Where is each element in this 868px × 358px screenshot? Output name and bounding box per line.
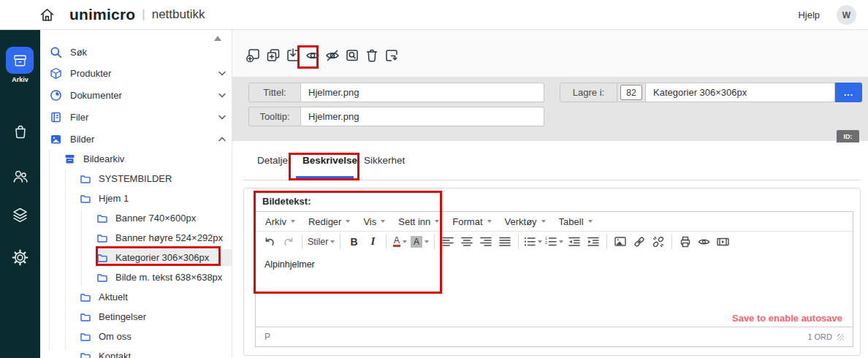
chevron-down-icon	[541, 220, 546, 223]
align-left-button[interactable]	[438, 233, 457, 251]
tree-item-om-oss[interactable]: Om oss	[40, 327, 232, 346]
tree-item-betingelser[interactable]: Betingelser	[40, 307, 232, 327]
tree-item-banner-740[interactable]: Banner 740×600px	[40, 208, 232, 228]
menu-arkiv[interactable]: Arkiv	[259, 212, 302, 231]
browse-folder-button[interactable]: ...	[835, 83, 862, 102]
unlink-button[interactable]	[649, 233, 668, 251]
menu-rediger[interactable]: Rediger	[302, 212, 357, 231]
insert-image-button[interactable]	[611, 233, 630, 251]
bullet-list-button[interactable]	[522, 233, 544, 251]
title-input[interactable]	[301, 83, 544, 102]
download-button[interactable]	[285, 46, 301, 65]
text-color-button[interactable]: A	[390, 233, 409, 251]
rail-item-customers[interactable]	[0, 168, 40, 185]
shopping-bag-icon	[12, 123, 28, 140]
nav-item-bilder[interactable]: Bilder	[40, 129, 232, 149]
folder-icon	[80, 175, 91, 183]
toolbar-divider	[302, 235, 302, 249]
folder-icon	[80, 293, 91, 302]
italic-button[interactable]: I	[363, 233, 382, 251]
justify-button[interactable]	[495, 233, 514, 251]
help-link[interactable]: Hjelp	[798, 9, 820, 20]
save-in-id-cell: 82	[617, 83, 646, 102]
hide-visibility-button[interactable]	[324, 46, 340, 65]
nav-item-dokumenter[interactable]: Dokumenter	[40, 85, 232, 105]
background-color-button[interactable]: A	[409, 233, 430, 251]
folder-icon	[97, 273, 107, 282]
chevron-down-icon	[435, 220, 439, 223]
nav-item-label: Filer	[70, 112, 88, 123]
chevron-up-icon[interactable]	[218, 137, 226, 142]
rail-item-modules[interactable]	[0, 207, 40, 224]
caption-text: Alpinhjelmer	[264, 259, 315, 270]
export-button[interactable]	[384, 46, 400, 65]
menu-label: Vis	[363, 216, 376, 227]
home-button[interactable]	[39, 7, 56, 23]
brand-logo[interactable]: unimicro | nettbutikk	[69, 0, 205, 29]
export-icon	[384, 47, 400, 64]
menu-label: Sett inn	[398, 216, 430, 227]
tree-item-kategorier[interactable]: Kategorier 306×306px	[40, 248, 232, 267]
chevron-down-icon	[538, 240, 542, 243]
numbered-list-button[interactable]: 12	[544, 233, 565, 251]
styles-dropdown[interactable]: Stiler	[306, 233, 336, 251]
align-right-icon	[480, 236, 492, 247]
menu-format[interactable]: Format	[446, 212, 498, 231]
element-path[interactable]: P	[264, 332, 270, 342]
menu-verktoy[interactable]: Verktøy	[498, 212, 552, 231]
toolbar-divider	[386, 235, 387, 249]
print-button[interactable]	[676, 233, 695, 251]
description-panel: Bildetekst: Arkiv Rediger Vis Sett inn F…	[243, 188, 861, 356]
nav-item-produkter[interactable]: Produkter	[40, 64, 232, 83]
media-button[interactable]	[714, 233, 733, 251]
bold-button[interactable]: B	[344, 233, 363, 251]
align-right-button[interactable]	[476, 233, 495, 251]
tree-item-kontakt[interactable]: Kontakt	[40, 346, 232, 358]
tooltip-input[interactable]	[301, 107, 544, 126]
tree-item-systembilder[interactable]: SYSTEMBILDER	[40, 169, 232, 188]
chevron-down-icon	[559, 240, 563, 243]
align-center-button[interactable]	[457, 233, 476, 251]
scroll-up-icon[interactable]	[214, 36, 221, 41]
duplicate-button[interactable]	[265, 46, 281, 65]
tab-sikkerhet[interactable]: Sikkerhet	[364, 155, 405, 166]
menu-label: Format	[452, 216, 482, 227]
tree-item-aktuelt[interactable]: Aktuelt	[40, 287, 232, 307]
tree-item-hjem-1[interactable]: Hjem 1	[40, 188, 232, 208]
rail-item-settings[interactable]	[0, 249, 40, 266]
cube-icon	[50, 67, 62, 80]
indent-button[interactable]	[584, 233, 603, 251]
save-in-field-label: Lagre i:	[560, 83, 617, 102]
add-image-button[interactable]	[245, 46, 262, 65]
indent-icon	[587, 236, 599, 247]
menu-sett-inn[interactable]: Sett inn	[392, 212, 446, 231]
tree-item-bilde-m-tekst[interactable]: Bilde m. tekst 638×638px	[40, 267, 232, 287]
link-button[interactable]	[630, 233, 649, 251]
tree-item-label: Kategorier 306×306px	[115, 252, 209, 263]
menu-tabell[interactable]: Tabell	[552, 212, 599, 231]
tree-item-banner-hoyre[interactable]: Banner høyre 524×292px	[40, 228, 232, 248]
rail-item-shop[interactable]	[0, 123, 40, 140]
menu-vis[interactable]: Vis	[357, 212, 392, 231]
preview-button[interactable]	[695, 233, 714, 251]
save-in-input[interactable]	[646, 83, 835, 102]
delete-button[interactable]	[364, 46, 380, 65]
chevron-down-icon[interactable]	[218, 71, 226, 76]
tab-beskrivelse[interactable]: Beskrivelse	[302, 155, 357, 166]
preview-search-button[interactable]	[344, 46, 360, 65]
nav-item-filer[interactable]: Filer	[40, 107, 232, 127]
chevron-down-icon[interactable]	[218, 115, 226, 120]
avatar[interactable]: W	[837, 5, 856, 25]
show-visibility-button[interactable]	[305, 46, 321, 65]
redo-button[interactable]	[279, 233, 298, 251]
tree-item-bildearkiv[interactable]: Bildearkiv	[40, 149, 232, 169]
archive-icon	[64, 153, 75, 164]
word-count[interactable]: 1 ORD	[807, 332, 832, 341]
nav-item-sok[interactable]: Søk	[40, 42, 232, 62]
resize-grip[interactable]	[837, 334, 844, 340]
rail-item-arkiv[interactable]	[6, 47, 34, 74]
tab-detaljer[interactable]: Detaljer	[257, 155, 292, 166]
chevron-down-icon[interactable]	[218, 93, 226, 98]
outdent-button[interactable]	[565, 233, 584, 251]
undo-button[interactable]	[260, 233, 279, 251]
